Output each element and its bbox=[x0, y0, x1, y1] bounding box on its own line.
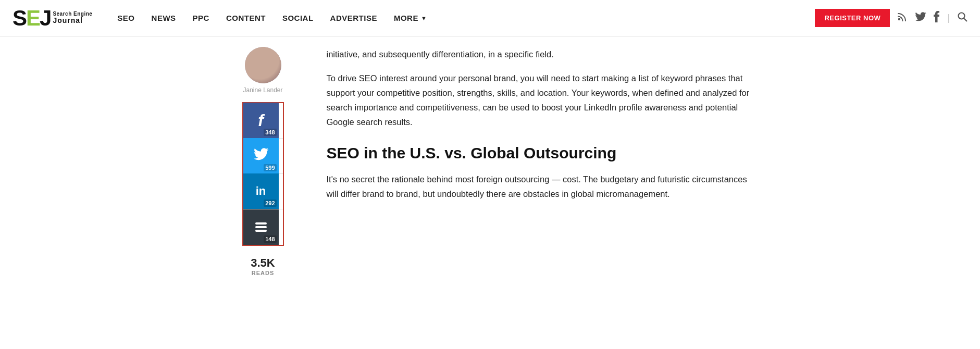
logo-journal: Journal bbox=[53, 17, 92, 24]
sidebar: Janine Lander f 348 599 in bbox=[216, 47, 310, 276]
rss-icon[interactable] bbox=[897, 11, 908, 24]
linkedin-letter: in bbox=[256, 184, 266, 198]
nav-advertise[interactable]: ADVERTISE bbox=[322, 0, 386, 36]
svg-point-1 bbox=[959, 13, 965, 19]
svg-rect-0 bbox=[898, 18, 900, 20]
logo-s: S bbox=[13, 6, 26, 30]
buffer-stack-icon bbox=[255, 222, 267, 232]
reads-label: READS bbox=[251, 270, 275, 276]
buffer-bar-3 bbox=[255, 230, 267, 232]
search-icon[interactable] bbox=[957, 11, 967, 24]
twitter-share-icon bbox=[253, 148, 269, 164]
section-body: It's no secret the rationale behind most… bbox=[327, 172, 758, 201]
logo-text: SEJ bbox=[13, 7, 51, 29]
nav-divider: | bbox=[947, 13, 950, 23]
facebook-count: 348 bbox=[264, 129, 276, 136]
twitter-icon[interactable] bbox=[915, 12, 926, 24]
nav-links: SEO NEWS PPC CONTENT SOCIAL ADVERTISE MO… bbox=[109, 0, 815, 36]
facebook-letter: f bbox=[258, 111, 264, 130]
buffer-share[interactable]: 148 bbox=[243, 209, 283, 245]
nav-right: REGISTER NOW | bbox=[815, 9, 967, 27]
buffer-bar-2 bbox=[255, 226, 267, 228]
facebook-nav-icon[interactable] bbox=[934, 11, 940, 25]
nav-ppc[interactable]: PPC bbox=[184, 0, 218, 36]
reads-count: 3.5K bbox=[251, 256, 275, 270]
logo-e: E bbox=[26, 6, 40, 30]
linkedin-share[interactable]: in 292 bbox=[243, 174, 283, 209]
facebook-share[interactable]: f 348 bbox=[243, 103, 283, 139]
author-avatar bbox=[245, 47, 281, 83]
nav-news[interactable]: NEWS bbox=[143, 0, 184, 36]
logo[interactable]: SEJ Search Engine Journal bbox=[13, 7, 92, 29]
article-body: To drive SEO interest around your person… bbox=[327, 71, 758, 129]
facebook-icon-bg: f 348 bbox=[243, 103, 279, 138]
more-dropdown-icon: ▼ bbox=[421, 15, 427, 21]
nav-seo[interactable]: SEO bbox=[109, 0, 143, 36]
register-button[interactable]: REGISTER NOW bbox=[815, 9, 890, 27]
buffer-count: 148 bbox=[264, 235, 276, 243]
nav-more[interactable]: MORE ▼ bbox=[386, 0, 435, 36]
buffer-bar-1 bbox=[255, 222, 267, 225]
buffer-icon-bg: 148 bbox=[243, 209, 279, 245]
article-intro: initiative, and subsequently differentia… bbox=[327, 47, 758, 61]
page-content: Janine Lander f 348 599 in bbox=[204, 36, 777, 276]
twitter-count: 599 bbox=[264, 164, 276, 171]
article-column: initiative, and subsequently differentia… bbox=[310, 47, 764, 276]
nav-social[interactable]: SOCIAL bbox=[274, 0, 322, 36]
linkedin-count: 292 bbox=[264, 200, 276, 207]
twitter-icon-bg: 599 bbox=[243, 138, 279, 173]
social-share-box: f 348 599 in 292 bbox=[242, 102, 284, 246]
avatar-image bbox=[245, 47, 281, 83]
author-name: Janine Lander bbox=[243, 86, 282, 95]
reads-section: 3.5K READS bbox=[251, 256, 275, 276]
logo-j: J bbox=[40, 6, 51, 30]
logo-subtitle: Search Engine Journal bbox=[53, 11, 92, 24]
svg-line-2 bbox=[964, 19, 967, 22]
linkedin-icon-bg: in 292 bbox=[243, 173, 279, 209]
nav-content[interactable]: CONTENT bbox=[218, 0, 274, 36]
section-heading: SEO in the U.S. vs. Global Outsourcing bbox=[327, 144, 758, 163]
nav-bar: SEJ Search Engine Journal SEO NEWS PPC C… bbox=[0, 0, 980, 36]
twitter-share[interactable]: 599 bbox=[243, 139, 283, 174]
